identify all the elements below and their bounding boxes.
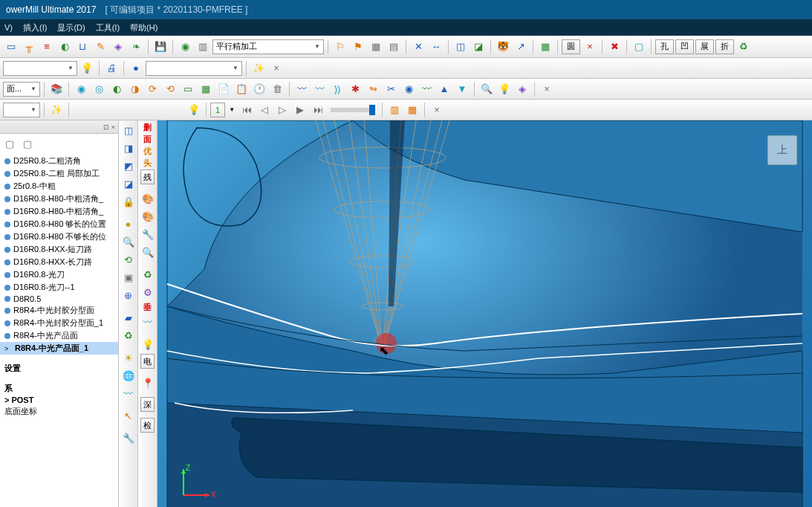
vb1-key-icon[interactable]: 🔧 xyxy=(120,430,137,446)
view-cube[interactable]: 上 xyxy=(767,135,797,165)
ic17-icon[interactable]: ↬ xyxy=(365,81,381,97)
vb1-cube3-icon[interactable]: ◩ xyxy=(120,158,137,174)
vb2-wave2-icon[interactable]: 〰 xyxy=(140,314,156,330)
ic2-icon[interactable]: ◎ xyxy=(91,81,107,97)
ic6-icon[interactable]: ⟲ xyxy=(162,81,178,97)
playback-slider[interactable] xyxy=(331,108,375,112)
concave-button[interactable]: 凹 xyxy=(675,39,694,54)
flag2-icon[interactable]: ⚑ xyxy=(350,39,366,55)
ic12-icon[interactable]: 🗑 xyxy=(269,81,285,97)
close-x-icon[interactable]: × xyxy=(539,81,555,97)
frame-number[interactable]: 1 xyxy=(210,103,225,117)
ic21-icon[interactable]: ▲ xyxy=(436,81,452,97)
measure-icon[interactable]: ↔ xyxy=(428,39,444,55)
square-icon[interactable]: ▢ xyxy=(631,39,647,55)
calc-icon[interactable]: ▦ xyxy=(368,39,384,55)
deep-button[interactable]: 深 xyxy=(140,397,155,412)
machine-icon[interactable]: 🖨 xyxy=(103,60,120,77)
spread-button[interactable]: 展 xyxy=(695,39,714,54)
ic16-icon[interactable]: ✱ xyxy=(347,81,363,97)
vb2-del-label[interactable]: 删 xyxy=(140,122,155,132)
box-icon[interactable]: ▥ xyxy=(195,39,211,55)
view1-icon[interactable]: ▥ xyxy=(386,102,403,118)
vb1-globe-icon[interactable]: 🌐 xyxy=(120,367,137,384)
3d-viewport[interactable]: 上 X Z ⬉ xyxy=(157,120,812,507)
stack-icon[interactable]: 📚 xyxy=(48,81,65,97)
vb1-recycle-icon[interactable]: ♻ xyxy=(120,327,137,343)
slider-thumb[interactable] xyxy=(369,105,375,115)
check-button[interactable]: 检 xyxy=(140,418,155,433)
ic3-icon[interactable]: ◐ xyxy=(108,81,125,97)
vb1-cube1-icon[interactable]: ◫ xyxy=(120,122,137,138)
vb1-cube4-icon[interactable]: ◪ xyxy=(120,175,137,192)
vb2-head-label[interactable]: 头 xyxy=(140,158,155,168)
hole-button[interactable]: 孔 xyxy=(655,39,674,54)
close-x-icon[interactable]: × xyxy=(268,60,285,77)
vb1-wave-icon[interactable]: 〰 xyxy=(120,385,137,401)
tiger-icon[interactable]: 🐯 xyxy=(495,39,511,55)
ic23-icon[interactable]: 🔍 xyxy=(478,81,495,97)
clamp-icon[interactable]: ╥ xyxy=(21,39,37,55)
pin-icon[interactable]: ⊡ × xyxy=(103,123,115,131)
tree-item-selected[interactable]: >R8R4-中光产品面_1 xyxy=(0,342,118,355)
vb1-dim-icon[interactable]: ▣ xyxy=(120,269,137,285)
ic25-icon[interactable]: ◈ xyxy=(514,81,530,97)
ic9-icon[interactable]: 📄 xyxy=(215,81,232,97)
menu-tools[interactable]: 工具(I) xyxy=(96,22,120,33)
wand-icon[interactable]: ✨ xyxy=(250,60,267,77)
vb2-zoom2-icon[interactable]: 🔍 xyxy=(140,244,156,260)
fold-button[interactable]: 折 xyxy=(715,39,734,54)
wand2-icon[interactable]: ✨ xyxy=(48,102,65,118)
ic24-icon[interactable]: 💡 xyxy=(496,81,513,97)
delete-x-icon[interactable]: ✖ xyxy=(606,39,623,55)
strategy-combo[interactable]: 平行精加工 ▼ xyxy=(212,39,324,54)
exp-ic2[interactable]: ▢ xyxy=(19,135,36,152)
rapid-icon[interactable]: ≡ xyxy=(39,39,55,55)
combo-4-1[interactable]: ▼ xyxy=(3,103,40,117)
vb2-face-label[interactable]: 面 xyxy=(140,134,155,144)
view2-icon[interactable]: ▦ xyxy=(404,102,420,118)
vb1-disk-icon[interactable]: ● xyxy=(120,216,137,232)
play-icon[interactable]: ▶ xyxy=(292,102,308,118)
face-combo[interactable]: 面... ▼ xyxy=(3,82,40,97)
vb2-vert-label[interactable]: 垂 xyxy=(140,302,155,312)
close-x-icon[interactable]: × xyxy=(429,102,445,118)
ball-icon[interactable]: ● xyxy=(128,60,144,77)
play-back-icon[interactable]: ▷ xyxy=(274,102,290,118)
arrow-icon[interactable]: ↗ xyxy=(513,39,529,55)
vb1-target-icon[interactable]: ⊕ xyxy=(120,287,137,303)
vb1-sun-icon[interactable]: ☀ xyxy=(120,349,137,366)
vb1-pointer-icon[interactable]: ↖ xyxy=(120,407,137,424)
bulb-icon[interactable]: 💡 xyxy=(79,60,95,77)
menu-insert[interactable]: 插入(I) xyxy=(23,22,47,33)
menu-help[interactable]: 帮助(H) xyxy=(130,22,157,33)
combo-2-2[interactable]: ▼ xyxy=(146,61,242,76)
grid-icon[interactable]: ▤ xyxy=(386,39,402,55)
excel-icon[interactable]: ▦ xyxy=(537,39,553,55)
step-back-icon[interactable]: ◁ xyxy=(256,102,273,118)
step-fwd-icon[interactable]: ⏭ xyxy=(310,102,326,118)
vb2-pin-icon[interactable]: 📍 xyxy=(140,375,156,391)
startpoint-icon[interactable]: ⊔ xyxy=(74,39,91,55)
rewind-start-icon[interactable]: ⏮ xyxy=(238,102,255,118)
vb1-cube2-icon[interactable]: ◨ xyxy=(120,140,137,156)
vb1-rot-icon[interactable]: ⟲ xyxy=(120,251,137,268)
vb1-zoom-icon[interactable]: 🔍 xyxy=(120,233,137,250)
ic19-icon[interactable]: ◉ xyxy=(400,81,417,97)
ic10-icon[interactable]: 📋 xyxy=(233,81,250,97)
ic11-icon[interactable]: 🕐 xyxy=(251,81,267,97)
ic8-icon[interactable]: ▦ xyxy=(198,81,214,97)
ic13-icon[interactable]: 〰 xyxy=(293,81,310,97)
vb2-palette-icon[interactable]: 🎨 xyxy=(140,190,156,207)
strategy-icon[interactable]: ◉ xyxy=(177,39,193,55)
tree-group[interactable]: 设置 xyxy=(0,362,118,375)
bulb2-icon[interactable]: 💡 xyxy=(186,102,202,118)
close-x-icon[interactable]: × xyxy=(582,39,598,55)
ic18-icon[interactable]: ✂ xyxy=(383,81,399,97)
ic14-icon[interactable]: 〰 xyxy=(311,81,328,97)
vb2-recycle-icon[interactable]: ♻ xyxy=(140,266,156,282)
ic20-icon[interactable]: 〰 xyxy=(418,81,435,97)
vb2-bulb-icon[interactable]: 💡 xyxy=(140,336,156,352)
ic7-icon[interactable]: ▭ xyxy=(180,81,196,97)
leaf-icon[interactable]: ❧ xyxy=(128,39,144,55)
